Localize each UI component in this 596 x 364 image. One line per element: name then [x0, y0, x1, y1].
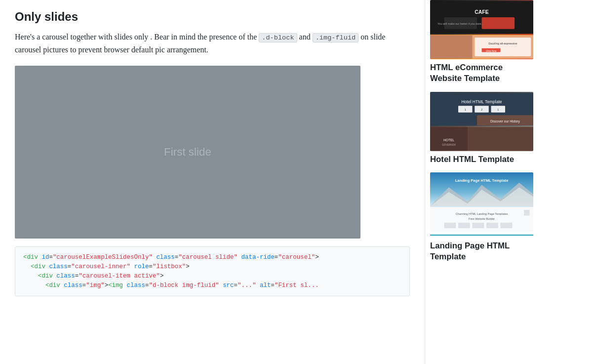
svg-rect-36 — [501, 223, 513, 228]
svg-text:Free Website Builder: Free Website Builder — [469, 217, 495, 220]
sidebar-divider — [430, 235, 533, 236]
hotel-thumb-image-top: Hotel HTML Template 1 2 1 Discover our H… — [430, 92, 533, 126]
svg-text:Discover our History: Discover our History — [490, 119, 520, 123]
svg-text:CAFE: CAFE — [475, 9, 488, 15]
svg-text:Shop Now: Shop Now — [486, 50, 497, 52]
carousel-slide-label: First slide — [164, 146, 211, 159]
landing-thumb-image-top: Landing Page HTML Template — [430, 172, 533, 207]
ecommerce-thumb-top: CAFE You will make our better if you dar… — [430, 0, 533, 59]
page-title: Only slides — [15, 10, 410, 24]
svg-text:2: 2 — [481, 108, 482, 111]
svg-text:HOTEL: HOTEL — [443, 138, 454, 141]
hotel-link-title[interactable]: Hotel HTML Template — [430, 154, 533, 165]
code-d-block: .d-block — [259, 33, 297, 42]
sidebar: CAFE You will make our better if you dar… — [425, 0, 538, 364]
hotel-thumb: Hotel HTML Template 1 2 1 Discover our H… — [430, 92, 533, 151]
intro-paragraph: Here's a carousel together with slides o… — [15, 31, 410, 56]
ecommerce-thumb-image-top: CAFE You will make our better if you dar… — [430, 0, 533, 35]
code-snippet: <div id="carouselExampleSlidesOnly" clas… — [15, 246, 410, 296]
svg-rect-35 — [486, 223, 498, 228]
intro-text-and: and — [299, 33, 313, 41]
svg-text:Charming HTML Landing Page Tem: Charming HTML Landing Page Templates — [456, 213, 508, 216]
landing-thumb-image-bottom: Charming HTML Landing Page Templates Fre… — [430, 207, 533, 232]
svg-text:Dazzling all-expressive: Dazzling all-expressive — [488, 42, 517, 45]
hotel-thumb-image-bottom: HOTEL GOVERNOR — [430, 126, 533, 151]
svg-rect-32 — [444, 223, 456, 228]
svg-text:Hotel HTML Template: Hotel HTML Template — [461, 99, 502, 104]
landing-link-title[interactable]: Landing Page HTML Template — [430, 241, 533, 262]
main-content: Only slides Here's a carousel together w… — [0, 0, 425, 364]
svg-rect-3 — [482, 17, 515, 29]
svg-rect-37 — [524, 210, 529, 215]
svg-rect-6 — [430, 35, 473, 59]
svg-rect-7 — [475, 38, 531, 56]
landing-thumb: Landing Page HTML Template Charming HTML… — [430, 172, 533, 232]
svg-rect-33 — [458, 223, 470, 228]
sidebar-ecommerce-section: CAFE You will make our better if you dar… — [430, 0, 533, 84]
ecommerce-link-title[interactable]: HTML eCommerce Website Template — [430, 62, 533, 84]
svg-text:You will make our better if yo: You will make our better if you dare... — [437, 22, 484, 25]
carousel-slide-preview: First slide — [15, 66, 360, 239]
svg-text:Landing Page HTML Template: Landing Page HTML Template — [455, 178, 509, 183]
svg-rect-34 — [473, 223, 484, 228]
sidebar-landing-section: Landing Page HTML Template Charming HTML… — [430, 172, 533, 262]
svg-text:1: 1 — [465, 108, 466, 111]
sidebar-hotel-section: Hotel HTML Template 1 2 1 Discover our H… — [430, 92, 533, 165]
intro-text-part1: Here's a carousel together with slides o… — [15, 33, 257, 41]
svg-text:1: 1 — [497, 108, 499, 111]
ecommerce-thumb-image-bottom: Dazzling all-expressive Shop Now — [430, 35, 533, 59]
svg-text:GOVERNOR: GOVERNOR — [442, 144, 456, 146]
code-img-fluid: .img-fluid — [313, 33, 359, 42]
